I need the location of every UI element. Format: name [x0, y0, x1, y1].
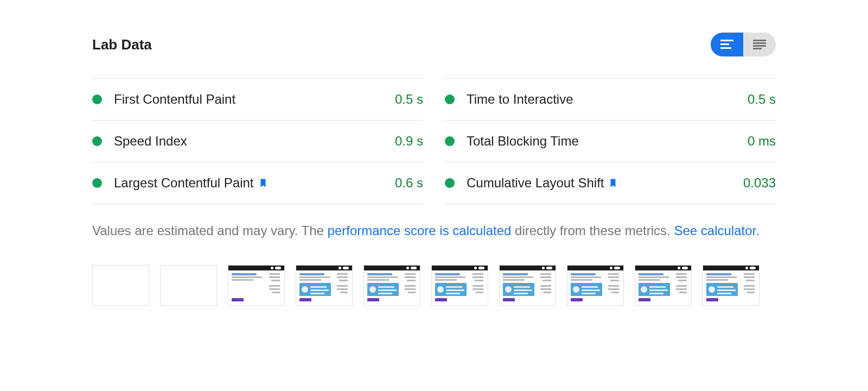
metric-label: Speed Index: [114, 134, 187, 149]
svg-rect-5: [753, 45, 766, 47]
performance-score-link[interactable]: performance score is calculated: [328, 223, 512, 238]
paragraph-icon: [753, 40, 766, 49]
svg-rect-3: [753, 40, 766, 41]
filmstrip-frame[interactable]: [296, 265, 353, 306]
filmstrip-frame[interactable]: [228, 265, 285, 306]
filmstrip-frame[interactable]: [431, 265, 488, 306]
status-dot-pass-icon: [92, 178, 102, 188]
svg-rect-4: [753, 42, 766, 44]
filmstrip-frame[interactable]: [499, 265, 556, 306]
metrics-grid: First Contentful Paint 0.5 s Time to Int…: [92, 78, 776, 204]
status-dot-pass-icon: [92, 136, 102, 146]
metric-value: 0.5 s: [395, 92, 423, 107]
filmstrip: [92, 265, 776, 306]
lab-data-panel: Lab Data Fir: [92, 33, 776, 306]
metric-value: 0.5 s: [748, 92, 776, 107]
metric-largest-contentful-paint[interactable]: Largest Contentful Paint 0.6 s: [92, 162, 423, 204]
svg-rect-6: [753, 48, 762, 49]
toggle-compact[interactable]: [711, 33, 743, 56]
bookmark-icon: [608, 177, 618, 189]
filmstrip-frame[interactable]: [567, 265, 624, 306]
status-dot-pass-icon: [92, 94, 102, 104]
metric-total-blocking-time[interactable]: Total Blocking Time 0 ms: [445, 120, 776, 162]
metric-label: Largest Contentful Paint: [114, 175, 268, 191]
status-dot-pass-icon: [445, 178, 455, 188]
svg-rect-2: [720, 47, 731, 49]
metric-value: 0.033: [743, 175, 776, 191]
toggle-expanded[interactable]: [743, 33, 776, 56]
view-toggle: [711, 33, 776, 56]
status-dot-pass-icon: [445, 136, 455, 146]
metric-cumulative-layout-shift[interactable]: Cumulative Layout Shift 0.033: [445, 162, 776, 204]
filmstrip-frame[interactable]: [703, 265, 760, 306]
disclaimer: Values are estimated and may vary. The p…: [92, 220, 776, 241]
metric-speed-index[interactable]: Speed Index 0.9 s: [92, 120, 423, 162]
metric-label: Cumulative Layout Shift: [467, 175, 618, 191]
status-dot-pass-icon: [445, 94, 455, 104]
metric-label: First Contentful Paint: [114, 92, 235, 107]
metric-time-to-interactive[interactable]: Time to Interactive 0.5 s: [445, 78, 776, 120]
section-title: Lab Data: [92, 36, 152, 53]
metric-label: Total Blocking Time: [467, 134, 579, 149]
header-row: Lab Data: [92, 33, 776, 56]
metric-value: 0 ms: [748, 134, 776, 149]
filmstrip-frame[interactable]: [160, 265, 217, 306]
metric-first-contentful-paint[interactable]: First Contentful Paint 0.5 s: [92, 78, 423, 120]
filmstrip-frame[interactable]: [363, 265, 420, 306]
filmstrip-frame[interactable]: [92, 265, 149, 306]
svg-rect-1: [720, 43, 729, 45]
see-calculator-link[interactable]: See calculator.: [674, 223, 759, 238]
metric-value: 0.6 s: [395, 175, 423, 191]
svg-rect-0: [720, 40, 733, 41]
short-text-icon: [720, 40, 733, 49]
metric-label: Time to Interactive: [467, 92, 573, 107]
filmstrip-frame[interactable]: [635, 265, 692, 306]
bookmark-icon: [258, 177, 268, 189]
metric-value: 0.9 s: [395, 134, 423, 149]
